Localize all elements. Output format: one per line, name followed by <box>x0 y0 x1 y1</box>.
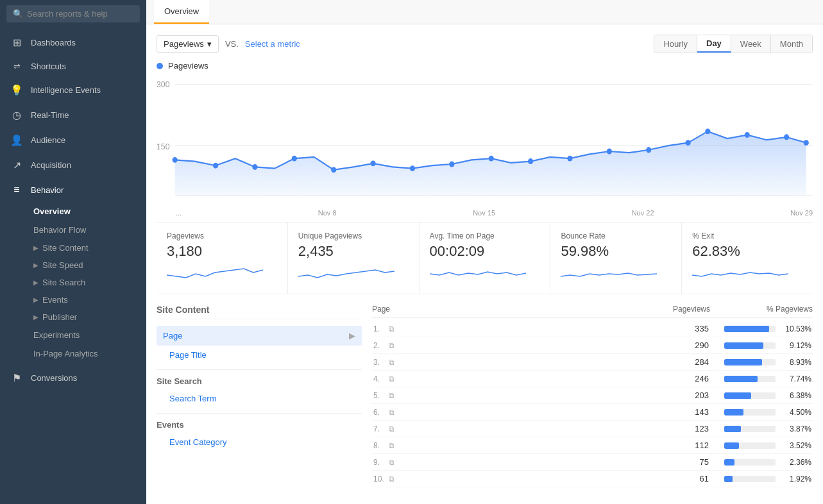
stat-pageviews-label: Pageviews <box>167 231 277 240</box>
sidebar-subitem-site-search[interactable]: ▶ Site Search <box>0 274 146 291</box>
copy-icon[interactable]: ⧉ <box>389 441 402 450</box>
stat-unique-value: 2,435 <box>298 243 409 260</box>
sidebar-item-label: Behavior <box>31 185 64 195</box>
stat-pageviews: Pageviews 3,180 <box>157 223 288 294</box>
stat-exit-value: 62.83% <box>692 243 802 260</box>
sparkline-exit <box>692 264 788 283</box>
row-pageviews: 246 <box>658 374 709 383</box>
pct-bar-container <box>724 376 776 382</box>
copy-icon[interactable]: ⧉ <box>389 408 402 417</box>
tab-overview[interactable]: Overview <box>154 0 209 24</box>
site-search-section-title: Site Search <box>157 376 362 386</box>
stat-avg-time: Avg. Time on Page 00:02:09 <box>420 223 551 294</box>
stat-bounce-value: 59.98% <box>561 243 671 260</box>
sidebar-subitem-site-content[interactable]: ▶ Site Content <box>0 239 146 256</box>
stats-row: Pageviews 3,180 Unique Pageviews 2,435 A… <box>157 222 813 294</box>
panel-item-page[interactable]: Page ▶ <box>157 326 362 346</box>
panel-subitem-page-title[interactable]: Page Title <box>157 346 362 364</box>
row-pct: 3.87% <box>709 424 811 433</box>
sidebar-item-audience[interactable]: 👤 Audience <box>0 128 146 153</box>
pct-bar-container <box>724 459 776 466</box>
copy-icon[interactable]: ⧉ <box>389 391 402 400</box>
svg-point-9 <box>292 156 297 162</box>
search-box[interactable]: 🔍 <box>6 5 140 22</box>
row-pct: 4.50% <box>709 408 811 417</box>
copy-icon[interactable]: ⧉ <box>389 341 402 350</box>
search-input[interactable] <box>27 9 133 19</box>
sidebar-item-label: Audience <box>31 135 65 145</box>
time-btn-week[interactable]: Week <box>731 35 771 53</box>
pct-text: 10.53% <box>779 324 811 333</box>
copy-icon[interactable]: ⧉ <box>389 374 402 383</box>
sidebar-subitem-behavior-flow[interactable]: Behavior Flow <box>0 221 146 239</box>
x-label-3: Nov 22 <box>632 209 654 217</box>
audience-icon: 👤 <box>10 134 23 146</box>
copy-icon[interactable]: ⧉ <box>389 358 402 367</box>
svg-point-20 <box>705 128 710 134</box>
chart-container: 300 150 <box>157 74 813 203</box>
sidebar-item-label: Conversions <box>31 373 77 383</box>
triangle-icon: ▶ <box>33 314 38 321</box>
sidebar-item-intelligence[interactable]: 💡 Intelligence Events <box>0 78 146 103</box>
vs-label: VS. <box>225 39 239 49</box>
pct-bar <box>724 476 733 482</box>
row-pageviews: 112 <box>658 441 709 450</box>
pct-bar-container <box>724 442 776 449</box>
row-pageviews: 290 <box>658 340 709 350</box>
main-content: Overview Pageviews ▾ VS. Select a metric… <box>146 0 823 504</box>
sidebar-item-label: Intelligence Events <box>31 85 101 95</box>
sidebar-item-dashboards[interactable]: ⊞ Dashboards <box>0 30 146 55</box>
sidebar-item-realtime[interactable]: ◷ Real-Time <box>0 103 146 128</box>
sidebar-subitem-overview[interactable]: Overview <box>0 202 146 221</box>
svg-point-11 <box>370 160 375 166</box>
svg-point-18 <box>646 147 651 153</box>
row-pct: 3.52% <box>709 441 811 450</box>
svg-text:300: 300 <box>157 80 169 90</box>
sidebar-item-conversions[interactable]: ⚑ Conversions <box>0 365 146 391</box>
copy-icon[interactable]: ⧉ <box>389 458 402 467</box>
time-buttons: Hourly Day Week Month <box>654 35 813 53</box>
svg-point-13 <box>449 162 454 167</box>
stat-exit: % Exit 62.83% <box>682 223 813 294</box>
bottom-section: Site Content Page ▶ Page Title Site Sear… <box>157 305 813 487</box>
sidebar-subitem-site-speed[interactable]: ▶ Site Speed <box>0 256 146 274</box>
sidebar-item-behavior[interactable]: ≡ Behavior <box>0 178 146 202</box>
copy-icon[interactable]: ⧉ <box>389 424 402 433</box>
intelligence-icon: 💡 <box>10 84 23 96</box>
pct-text: 8.93% <box>779 358 811 367</box>
time-btn-hourly[interactable]: Hourly <box>654 35 697 53</box>
row-pct: 7.74% <box>709 374 811 383</box>
pct-bar <box>724 342 763 349</box>
copy-icon[interactable]: ⧉ <box>389 475 402 483</box>
shortcuts-icon: ⇌ <box>10 62 23 71</box>
sidebar-item-acquisition[interactable]: ↗ Acquisition <box>0 153 146 178</box>
sidebar-subitem-inpage[interactable]: In-Page Analytics <box>0 344 146 363</box>
nav-section-main: ⊞ Dashboards ⇌ Shortcuts 💡 Intelligence … <box>0 28 146 393</box>
metric-dropdown[interactable]: Pageviews ▾ <box>157 35 219 53</box>
sidebar-subitem-experiments[interactable]: Experiments <box>0 326 146 344</box>
sidebar-subitem-events[interactable]: ▶ Events <box>0 291 146 308</box>
pct-bar <box>724 459 734 466</box>
table-row: 5. ⧉ 203 6.38% <box>372 387 813 404</box>
svg-point-14 <box>489 156 494 162</box>
row-pct: 6.38% <box>709 391 811 400</box>
row-num: 8. <box>373 441 389 450</box>
sidebar-item-shortcuts[interactable]: ⇌ Shortcuts <box>0 55 146 78</box>
pct-bar-container <box>724 326 776 332</box>
pct-text: 6.38% <box>779 391 811 400</box>
time-btn-month[interactable]: Month <box>771 35 812 53</box>
panel-subitem-search-term[interactable]: Search Term <box>157 389 362 408</box>
sparkline-pageviews <box>167 264 263 283</box>
arrow-icon: ▶ <box>349 331 355 340</box>
time-btn-day[interactable]: Day <box>697 35 731 53</box>
triangle-icon: ▶ <box>33 296 38 303</box>
table-row: 6. ⧉ 143 4.50% <box>372 404 813 421</box>
select-metric-link[interactable]: Select a metric <box>245 39 300 49</box>
panel-item-page-label: Page <box>163 331 182 340</box>
triangle-icon: ▶ <box>33 279 38 286</box>
sidebar-subitem-publisher[interactable]: ▶ Publisher <box>0 308 146 326</box>
copy-icon[interactable]: ⧉ <box>389 324 402 333</box>
stat-bounce-label: Bounce Rate <box>561 231 671 240</box>
sparkline-bounce <box>561 264 657 283</box>
panel-subitem-event-category[interactable]: Event Category <box>157 433 362 451</box>
